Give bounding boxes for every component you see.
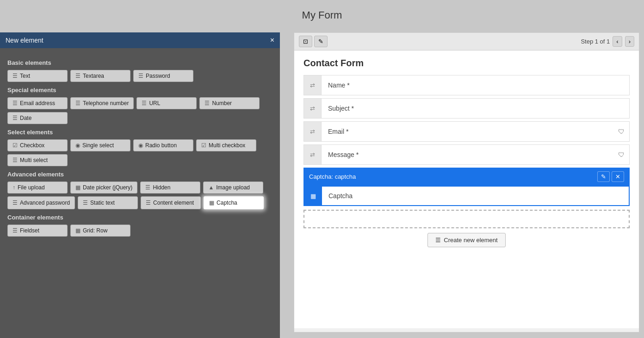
step-label: Step 1 of 1 [581,38,610,45]
form-field: ⇄Name * [303,75,630,95]
form-toolbar: ⊡ ✎ Step 1 of 1 ‹ › [294,33,639,50]
form-fields-container: ⇄Name *⇄Subject *⇄Email *🛡⇄Message *🛡 [303,75,630,165]
btn-icon: ☰ [75,73,80,79]
btn-label: Date [20,115,31,121]
element-btn-text[interactable]: ☰Text [7,70,68,82]
create-new-button[interactable]: ☰ Create new element [427,233,505,247]
elements-grid: ☑Checkbox◉Single select◉Radio button☑Mul… [7,139,272,166]
element-btn-grid:-row[interactable]: ▦Grid: Row [70,225,130,237]
btn-label: Fieldset [20,227,39,234]
btn-icon: ☰ [12,100,18,106]
btn-label: Static text [90,200,115,206]
btn-icon: ▦ [209,200,214,206]
field-label: Name * [322,75,629,95]
btn-label: Image upload [216,184,250,191]
btn-icon: ▦ [75,184,80,191]
element-btn-date[interactable]: ☰Date [7,112,68,124]
toolbar-right: Step 1 of 1 ‹ › [581,36,634,47]
captcha-header-label: Captcha: captcha [309,173,356,180]
elements-grid: ☰Email address☰Telephone number☰URL☰Numb… [7,97,272,124]
elements-grid: ↑File upload▦Date picker (jQuery)☰Hidden… [7,182,272,209]
captcha-edit-button[interactable]: ✎ [597,171,610,182]
elements-grid: ☰Fieldset▦Grid: Row [7,225,272,237]
btn-label: Hidden [153,184,170,191]
element-btn-multi-select[interactable]: ☰Multi select [7,154,68,166]
btn-icon: ☰ [12,157,18,163]
element-btn-advanced-password[interactable]: ☰Advanced password [7,196,75,209]
btn-icon: ☰ [12,227,18,234]
drop-zone [303,210,630,228]
close-button[interactable]: × [270,36,274,44]
btn-icon: ☰ [12,73,18,79]
btn-icon: ◉ [75,142,80,149]
btn-label: File upload [18,184,45,191]
element-btn-captcha[interactable]: ▦Captcha [204,196,264,209]
btn-label: Number [212,100,232,106]
field-right-icon: 🛡 [613,122,629,141]
element-btn-radio-button[interactable]: ◉Radio button [133,139,193,151]
btn-label: Advanced password [20,200,70,206]
element-btn-textarea[interactable]: ☰Textarea [70,70,130,82]
field-handle[interactable]: ⇄ [304,75,322,95]
element-btn-email-address[interactable]: ☰Email address [7,97,68,109]
section-title: Basic elements [7,59,272,66]
element-btn-fieldset[interactable]: ☰Fieldset [7,225,68,237]
next-button[interactable]: › [625,36,634,47]
btn-icon: ☑ [201,142,206,149]
element-btn-image-upload[interactable]: ▲Image upload [203,182,263,194]
captcha-section: Captcha: captcha✎✕▦Captcha [303,168,630,206]
element-btn-single-select[interactable]: ◉Single select [70,139,130,151]
field-handle[interactable]: ⇄ [304,122,322,141]
captcha-delete-button[interactable]: ✕ [612,171,624,182]
btn-icon: ◉ [138,142,143,149]
btn-label: Password [146,73,170,79]
btn-label: Captcha [217,200,237,206]
captcha-field: ▦Captcha [303,186,630,206]
btn-icon: ☰ [12,115,18,121]
btn-icon: ☰ [146,200,151,206]
captcha-handle[interactable]: ▦ [304,187,322,205]
element-btn-hidden[interactable]: ☰Hidden [140,182,200,194]
field-label: Message * [322,145,613,164]
element-btn-checkbox[interactable]: ☑Checkbox [7,139,68,151]
section-title: Select elements [7,129,272,136]
btn-label: Text [20,73,30,79]
btn-label: Content element [153,200,194,206]
btn-icon: ↑ [12,184,15,191]
btn-icon: ☰ [12,200,18,206]
btn-label: Multi checkbox [209,142,245,149]
btn-icon: ☰ [75,100,80,106]
panel-title: New element [6,37,43,44]
btn-label: Single select [82,142,114,149]
btn-label: Radio button [145,142,177,149]
toolbar-icon2-button[interactable]: ✎ [314,36,328,47]
toolbar-left: ⊡ ✎ [299,36,328,47]
element-btn-static-text[interactable]: ☰Static text [78,196,138,209]
btn-icon: ☰ [83,200,88,206]
toolbar-icon1-button[interactable]: ⊡ [299,36,312,47]
btn-label: Grid: Row [83,227,107,234]
element-btn-multi-checkbox[interactable]: ☑Multi checkbox [196,139,256,151]
panel-body: Basic elements☰Text☰Textarea☰PasswordSpe… [0,48,280,246]
field-handle[interactable]: ⇄ [304,145,322,164]
element-btn-file-upload[interactable]: ↑File upload [7,182,68,194]
elements-grid: ☰Text☰Textarea☰Password [7,70,272,82]
element-btn-telephone-number[interactable]: ☰Telephone number [70,97,134,109]
element-btn-url[interactable]: ☰URL [136,97,197,109]
form-panel: ⊡ ✎ Step 1 of 1 ‹ › Contact Form ⇄Name *… [294,32,639,332]
form-field: ⇄Subject * [303,98,630,119]
prev-button[interactable]: ‹ [613,36,622,47]
element-btn-number[interactable]: ☰Number [199,97,260,109]
btn-label: Multi select [20,157,48,163]
btn-label: Telephone number [83,100,129,106]
element-btn-date-picker-(jquery)[interactable]: ▦Date picker (jQuery) [70,182,137,194]
section-title: Special elements [7,87,272,94]
element-btn-content-element[interactable]: ☰Content element [141,196,201,209]
captcha-header: Captcha: captcha✎✕ [303,168,630,186]
field-handle[interactable]: ⇄ [304,99,322,118]
btn-icon: ☰ [145,184,150,191]
element-btn-password[interactable]: ☰Password [133,70,193,82]
field-label: Email * [322,122,613,141]
section-title: Container elements [7,214,272,221]
btn-label: Checkbox [20,142,44,149]
